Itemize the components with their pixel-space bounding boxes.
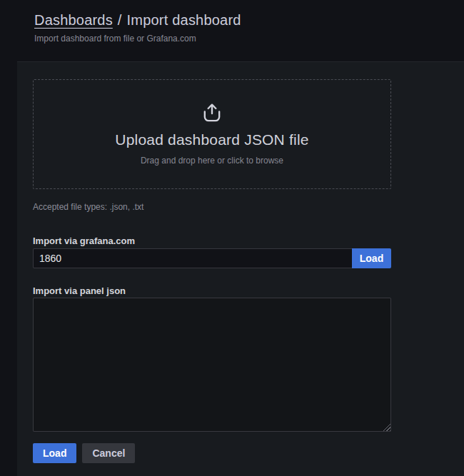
page-title: Import dashboard: [127, 12, 241, 29]
page-header: Dashboards / Import dashboard Import das…: [0, 0, 464, 44]
breadcrumb-separator: /: [118, 12, 122, 29]
cancel-button[interactable]: Cancel: [82, 443, 135, 463]
upload-title: Upload dashboard JSON file: [115, 131, 308, 148]
breadcrumb-link-dashboards[interactable]: Dashboards: [34, 12, 113, 29]
form-actions: Load Cancel: [33, 443, 391, 463]
gcom-input-row: Load: [33, 248, 391, 268]
gcom-id-input[interactable]: [33, 248, 352, 268]
load-button[interactable]: Load: [33, 443, 76, 463]
upload-hint: Drag and drop here or click to browse: [141, 156, 283, 166]
import-content-panel: Upload dashboard JSON file Drag and drop…: [17, 61, 464, 476]
panel-json-field-label: Import via panel json: [33, 285, 391, 296]
import-form: Upload dashboard JSON file Drag and drop…: [33, 79, 391, 463]
upload-icon: [202, 103, 222, 127]
upload-dropzone[interactable]: Upload dashboard JSON file Drag and drop…: [33, 79, 391, 189]
breadcrumb: Dashboards / Import dashboard: [34, 12, 464, 29]
gcom-load-button[interactable]: Load: [352, 248, 391, 268]
gcom-field-label: Import via grafana.com: [33, 236, 391, 246]
panel-json-textarea[interactable]: [33, 298, 391, 432]
page-subtitle: Import dashboard from file or Grafana.co…: [34, 34, 464, 44]
panel-json-wrap: [33, 298, 391, 432]
accepted-file-types-text: Accepted file types: .json, .txt: [33, 202, 391, 212]
